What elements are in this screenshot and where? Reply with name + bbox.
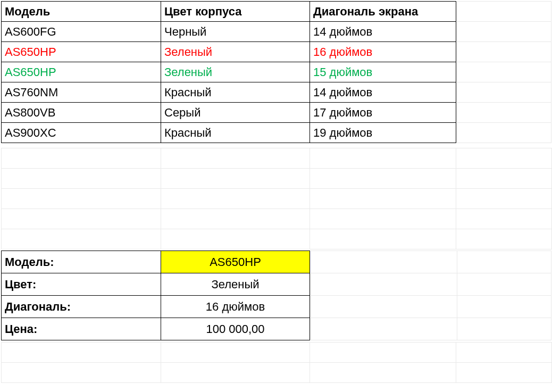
ghost-grid-right-col [457, 1, 551, 143]
empty-cell[interactable] [457, 251, 551, 273]
empty-cell[interactable] [2, 229, 161, 249]
cell-model[interactable]: AS600FG [2, 22, 161, 42]
ghost-grid-middle [1, 148, 552, 249]
empty-cell[interactable] [457, 103, 551, 123]
ghost-grid-bottom [1, 342, 552, 383]
cell-color[interactable]: Красный [161, 82, 310, 103]
cell-diagonal[interactable]: 19 дюймов [310, 123, 456, 143]
detail-value-color[interactable]: Зеленый [161, 273, 310, 296]
table-header-row: Модель Цвет корпуса Диагональ экрана [2, 2, 456, 22]
empty-cell[interactable] [161, 209, 310, 229]
empty-cell[interactable] [310, 363, 456, 383]
empty-cell[interactable] [457, 318, 551, 340]
table-row: AS900XC Красный 19 дюймов [2, 123, 456, 143]
cell-diagonal[interactable]: 17 дюймов [310, 103, 456, 123]
header-color[interactable]: Цвет корпуса [161, 2, 310, 22]
header-diagonal[interactable]: Диагональ экрана [310, 2, 456, 22]
empty-cell[interactable] [457, 82, 551, 103]
empty-cell[interactable] [456, 343, 552, 363]
empty-cell[interactable] [161, 229, 310, 249]
table-row: AS760NM Красный 14 дюймов [2, 82, 456, 103]
empty-cell[interactable] [161, 148, 310, 169]
empty-cell[interactable] [311, 318, 457, 340]
empty-cell[interactable] [456, 209, 552, 229]
empty-cell[interactable] [457, 42, 551, 62]
detail-row-diagonal: Диагональ: 16 дюймов [2, 296, 310, 318]
empty-cell[interactable] [161, 363, 310, 383]
cell-color[interactable]: Серый [161, 103, 310, 123]
empty-cell[interactable] [456, 148, 552, 169]
cell-color[interactable]: Зеленый [161, 42, 310, 62]
detail-value-price[interactable]: 100 000,00 [161, 318, 310, 340]
empty-cell[interactable] [310, 148, 456, 169]
cell-model[interactable]: AS650HP [2, 62, 161, 82]
empty-cell[interactable] [457, 2, 551, 22]
cell-model[interactable]: AS900XC [2, 123, 161, 143]
detail-label-color[interactable]: Цвет: [2, 273, 161, 296]
empty-cell[interactable] [161, 343, 310, 363]
cell-diagonal[interactable]: 15 дюймов [310, 62, 456, 82]
empty-cell[interactable] [456, 169, 552, 189]
cell-color[interactable]: Красный [161, 123, 310, 143]
empty-cell[interactable] [161, 169, 310, 189]
empty-cell[interactable] [311, 273, 457, 296]
empty-cell[interactable] [457, 273, 551, 296]
empty-cell[interactable] [311, 296, 457, 318]
table-row: AS650HP Зеленый 16 дюймов [2, 42, 456, 62]
empty-cell[interactable] [456, 363, 552, 383]
cell-model[interactable]: AS760NM [2, 82, 161, 103]
detail-value-diagonal[interactable]: 16 дюймов [161, 296, 310, 318]
empty-cell[interactable] [310, 229, 456, 249]
cell-model[interactable]: AS650HP [2, 42, 161, 62]
empty-cell[interactable] [457, 296, 551, 318]
empty-cell[interactable] [2, 343, 161, 363]
products-table: Модель Цвет корпуса Диагональ экрана AS6… [1, 1, 456, 143]
header-model[interactable]: Модель [2, 2, 161, 22]
cell-color[interactable]: Зеленый [161, 62, 310, 82]
detail-label-diagonal[interactable]: Диагональ: [2, 296, 161, 318]
empty-cell[interactable] [310, 189, 456, 209]
cell-model[interactable]: AS800VB [2, 103, 161, 123]
cell-color[interactable]: Черный [161, 22, 310, 42]
empty-cell[interactable] [457, 22, 551, 42]
empty-cell[interactable] [2, 363, 161, 383]
table-row: AS800VB Серый 17 дюймов [2, 103, 456, 123]
table-row: AS600FG Черный 14 дюймов [2, 22, 456, 42]
ghost-grid-right [311, 251, 551, 340]
empty-cell[interactable] [161, 189, 310, 209]
empty-cell[interactable] [456, 189, 552, 209]
empty-cell[interactable] [310, 209, 456, 229]
empty-cell[interactable] [457, 62, 551, 82]
empty-cell[interactable] [456, 229, 552, 249]
details-table: Модель: AS650HP Цвет: Зеленый Диагональ:… [1, 251, 310, 340]
detail-value-model[interactable]: AS650HP [161, 251, 310, 273]
empty-cell[interactable] [310, 343, 456, 363]
cell-diagonal[interactable]: 14 дюймов [310, 22, 456, 42]
detail-label-model[interactable]: Модель: [2, 251, 161, 273]
empty-cell[interactable] [2, 189, 161, 209]
empty-cell[interactable] [311, 251, 457, 273]
table-row: AS650HP Зеленый 15 дюймов [2, 62, 456, 82]
cell-diagonal[interactable]: 14 дюймов [310, 82, 456, 103]
detail-row-price: Цена: 100 000,00 [2, 318, 310, 340]
detail-row-model: Модель: AS650HP [2, 251, 310, 273]
empty-cell[interactable] [310, 169, 456, 189]
empty-cell[interactable] [2, 209, 161, 229]
empty-cell[interactable] [457, 123, 551, 143]
detail-row-color: Цвет: Зеленый [2, 273, 310, 296]
empty-cell[interactable] [2, 169, 161, 189]
detail-label-price[interactable]: Цена: [2, 318, 161, 340]
cell-diagonal[interactable]: 16 дюймов [310, 42, 456, 62]
empty-cell[interactable] [2, 148, 161, 169]
